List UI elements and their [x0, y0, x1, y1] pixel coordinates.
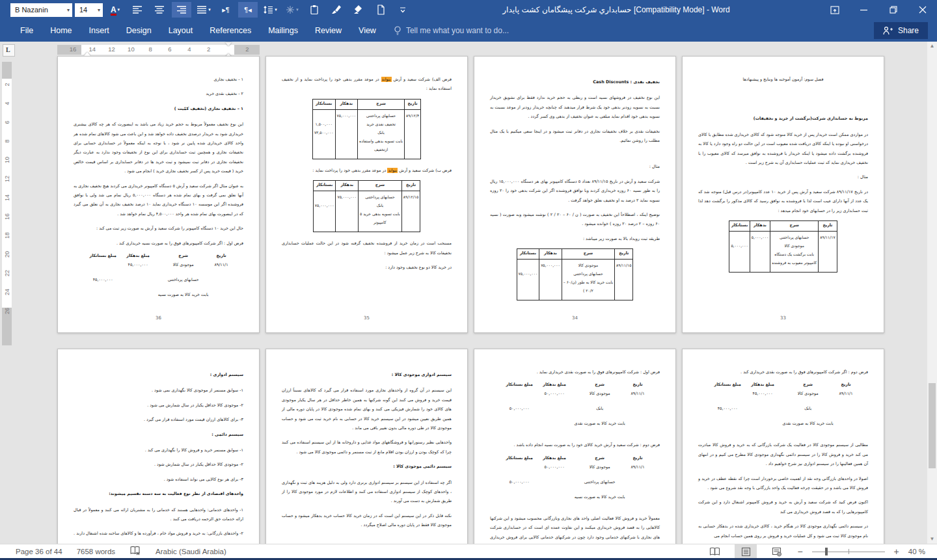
zoom-slider[interactable] [812, 544, 885, 559]
shading-icon [286, 5, 295, 14]
ledger-column-header: تاریخ [819, 221, 837, 232]
doc-paragraph: اکنون فرض کنید که شرکت سعید و آرش به خری… [698, 498, 868, 516]
print-layout-icon [741, 547, 751, 557]
journal-entry: تاریخشرحمبلغ بدهکارمبلغ بستانکار۸۹/۱۱/۱م… [502, 455, 647, 509]
journal-row: ۸۹/۱۱/۱موجودی کالا۴۵,۰۰۰,۰۰۰ [710, 390, 856, 405]
zoom-slider-thumb[interactable] [825, 548, 828, 555]
web-layout-button[interactable] [766, 544, 788, 559]
document-page[interactable]: سیستم ادواری :۱- سوابق مستمر از موجودی ک… [57, 349, 260, 544]
doc-paragraph: معمولاً خرید و فروش کالا فعالیت اصلی واح… [490, 514, 660, 544]
read-mode-button[interactable] [703, 544, 726, 559]
language-indicator[interactable]: Arabic (Saudi Arabia) [156, 548, 226, 555]
doc-paragraph: فرض اول : اگر شرکت کامپیوترهای فوق را به… [74, 239, 243, 248]
ruler-number: 14 [4, 193, 10, 203]
paste-button[interactable] [305, 2, 324, 18]
vertical-ruler[interactable]: 2468101214161820222426 [2, 62, 12, 345]
tab-insert[interactable]: Insert [81, 20, 118, 42]
rtl-paragraph-button[interactable]: ¶◂ [238, 2, 258, 18]
print-layout-button[interactable] [735, 544, 757, 559]
document-page[interactable]: سیستم ادواری موجودی کالا :این سیستم در آ… [265, 349, 468, 544]
align-left-button[interactable] [128, 2, 147, 18]
align-center-button[interactable] [150, 2, 169, 18]
tab-references[interactable]: References [201, 20, 260, 42]
titlebar: B Nazanin▾ 14▾ A▾ ▾ ▸¶ ¶◂ ▾ ▾ حسابداري ش… [0, 0, 937, 20]
doc-paragraph: اگر چه استفاده از این سیستم بر سیستم ادو… [282, 478, 452, 506]
font-name-select[interactable]: B Nazanin▾ [10, 3, 72, 17]
highlighter-button[interactable] [349, 2, 368, 18]
doc-heading: مربوط به حسابداری شرکت(برگشت از خرید و ت… [698, 114, 868, 123]
doc-paragraph: در مواردی ممکن است خریدار پس از خرید کال… [698, 130, 868, 168]
zoom-in-button[interactable]: + [894, 544, 899, 559]
line-spacing-button[interactable]: ▾ [260, 2, 280, 18]
align-right-button[interactable] [172, 2, 191, 18]
format-painter-button[interactable] [327, 2, 346, 18]
tab-review[interactable]: Review [306, 20, 350, 42]
document-page[interactable]: ۱ - تخفیف تجاری۲ - تخفیف نقدی خرید۱ – تخ… [57, 56, 260, 333]
horizontal-ruler[interactable]: 1614121086422 [57, 45, 260, 55]
doc-paragraph: فرض ب) شرکت سعید و آرش نتواند در موعد مق… [282, 166, 452, 175]
doc-heading: واحدهای اقتصادی از نظر نوع فعالیت به سه … [74, 489, 243, 498]
scrollbar-thumb[interactable] [929, 383, 936, 468]
tab-home[interactable]: Home [42, 20, 80, 42]
document-page[interactable]: فرض اول : شرکت کامپیوترهای فوق را به صور… [474, 349, 676, 544]
doc-paragraph: مثال : [698, 172, 868, 181]
share-label: Share [898, 26, 919, 35]
tab-layout[interactable]: Layout [160, 20, 202, 42]
ledger-column-header: شرح [770, 221, 819, 232]
minimize-icon [860, 7, 867, 14]
doc-paragraph: فرض دوم : اگر شرکت کامپیوترهای فوق را به… [698, 367, 868, 377]
tab-design[interactable]: Design [118, 20, 160, 42]
customize-qat-button[interactable] [393, 2, 413, 18]
ribbon-tab-bar: File Home Insert Design Layout Reference… [0, 20, 937, 42]
tab-mailings[interactable]: Mailings [260, 20, 306, 42]
document-page[interactable]: تخفیف نقدی : Cash Discountsاین نوع تخفیف… [474, 56, 676, 333]
tab-selector[interactable] [3, 44, 15, 57]
new-document-button[interactable] [371, 2, 390, 18]
ledger-debit-cell: ۷۵,۰۰۰,۰۰۰ [335, 109, 358, 159]
minimize-button[interactable] [849, 0, 878, 20]
document-page[interactable]: فصل سوم: آزمون آموخته ها ونتایج و پیشنها… [682, 56, 884, 333]
ledger-table: تاریخشرحبدهکاربستانکار۸۹/۱۲/۱۵حسابهای پر… [313, 180, 420, 232]
doc-paragraph: شرکت سعید و آرش در تاریخ ۸۹/۱۱/۱۵ تعداد … [490, 177, 660, 205]
ledger-column-header: شرح [562, 249, 614, 260]
doc-heading: سیستم ادواری : [74, 370, 243, 379]
scroll-up-icon[interactable]: ▲ [927, 42, 937, 51]
zoom-level[interactable]: 40 % [908, 548, 925, 555]
tab-file[interactable]: File [12, 20, 42, 42]
zoom-out-button[interactable]: − [797, 544, 802, 559]
ribbon-display-options-button[interactable] [820, 0, 849, 20]
word-count[interactable]: 7658 words [77, 548, 115, 555]
window-title: حسابداري شركت پيشگامان كشت پايدار [Compa… [413, 5, 820, 14]
ledger-column-header: تاریخ [404, 99, 420, 109]
web-layout-icon [772, 547, 782, 557]
doc-paragraph: در سیستم دائمی نگهداری موجودی کالا در هن… [698, 522, 868, 540]
doc-heading: ۱ – تخفیف تجاری (تخفیف کمّیت ) [74, 104, 243, 113]
restore-button[interactable] [878, 0, 908, 20]
ltr-paragraph-button[interactable]: ▸¶ [216, 2, 236, 18]
doc-paragraph: ۲- موجودی کالا حداقل یکبار در سال شمارش … [74, 460, 243, 469]
restore-icon [889, 6, 897, 14]
ruler-number: 10 [128, 46, 135, 53]
doc-paragraph: ۲- موجودی کالا حداقل یکبار در سال شمارش … [74, 401, 243, 410]
doc-paragraph: حال این خرید ۱۰ دستگاه کامپیوتر را شرکت … [74, 224, 243, 233]
document-page[interactable]: فرض الف) شرکت سعید و آرش بتواند در موعد … [265, 56, 468, 333]
tab-view[interactable]: View [350, 20, 385, 42]
share-button[interactable]: Share [874, 22, 928, 39]
ruler-margin-number: 2 [245, 46, 249, 53]
journal-row: ۸۹/۱۱/۱موجودی کالا۴۵,۰۰۰,۰۰۰ [85, 261, 231, 276]
ledger-credit-cell: ۷۵,۰۰۰,۰۰۰ [313, 191, 336, 232]
vertical-scrollbar[interactable]: ▲ ▼ [927, 42, 937, 544]
proofing-status-button[interactable] [129, 546, 141, 557]
scroll-down-icon[interactable]: ▼ [927, 535, 937, 544]
close-button[interactable] [908, 0, 937, 20]
font-size-select[interactable]: 14▾ [75, 3, 103, 17]
ledger-desc-cell: موجودی کالاحسابهای پرداختنیبابت خرید کال… [562, 260, 614, 300]
first-line-indent-marker[interactable] [225, 42, 232, 46]
font-color-button[interactable]: A▾ [105, 2, 125, 18]
page-content: سیستم ادواری موجودی کالا :این سیستم در آ… [266, 349, 467, 544]
document-page[interactable]: فرض دوم : اگر شرکت کامپیوترهای فوق را به… [682, 349, 884, 544]
doc-paragraph: ۳- برای هر نوع کالایی می تواند استفاده ش… [74, 475, 243, 484]
tell-me-box[interactable]: Tell me what you want to do... [394, 26, 509, 36]
page-indicator[interactable]: Page 36 of 44 [16, 548, 62, 555]
justify-button[interactable]: ▾ [194, 2, 213, 18]
